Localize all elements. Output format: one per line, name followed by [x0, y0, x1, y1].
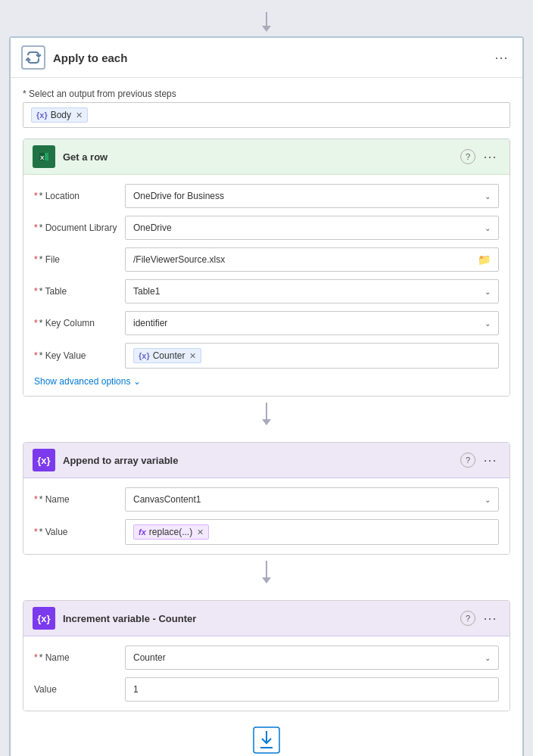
counter-token-close[interactable]: ✕ [189, 351, 196, 361]
doc-library-label: ** Document Library [34, 222, 125, 233]
key-value-required: * [34, 350, 38, 361]
key-column-input[interactable]: identifier ⌄ [125, 311, 499, 335]
append-array-body: ** Name CanvasContent1 ⌄ ** Value [23, 478, 510, 554]
get-a-row-card: X Get a row ? ⋯ ** Location [23, 138, 510, 397]
append-var-icon: {x} [33, 449, 55, 471]
key-column-chevron: ⌄ [485, 319, 491, 328]
append-name-chevron: ⌄ [485, 496, 491, 504]
file-label: ** File [34, 254, 125, 265]
replace-token-icon: fx [139, 527, 146, 537]
append-array-help-button[interactable]: ? [460, 453, 475, 468]
step-arrow-2 [262, 577, 271, 583]
select-output-label: * Select an output from previous steps [23, 89, 510, 99]
top-arrow-connector [262, 12, 271, 32]
append-name-required: * [34, 494, 38, 505]
arrow-line [266, 12, 267, 26]
counter-token-icon: {x} [139, 351, 150, 360]
file-row: ** File /FileViewerSource.xlsx 📁 [34, 247, 499, 272]
arrow-head [262, 26, 271, 32]
key-value-row: ** Key Value {x} Counter ✕ [34, 343, 499, 369]
increment-name-input[interactable]: Counter ⌄ [125, 646, 499, 670]
key-value-input[interactable]: {x} Counter ✕ [125, 343, 499, 369]
increment-value-value: 1 [133, 684, 139, 695]
show-advanced-chevron-icon: ⌄ [133, 376, 141, 387]
location-chevron: ⌄ [485, 192, 491, 201]
counter-token: {x} Counter ✕ [133, 348, 201, 363]
table-required: * [34, 286, 38, 297]
append-value-input[interactable]: fx replace(...) ✕ [125, 519, 499, 545]
replace-token-close[interactable]: ✕ [197, 527, 204, 537]
body-token-close[interactable]: ✕ [76, 110, 83, 120]
append-array-menu-button[interactable]: ⋯ [480, 450, 500, 470]
doc-library-chevron: ⌄ [485, 224, 491, 232]
doc-library-input[interactable]: OneDrive ⌄ [125, 216, 499, 240]
append-array-title: Append to array variable [63, 455, 460, 466]
increment-var-body: ** Name Counter ⌄ Value 1 [23, 636, 510, 711]
append-value-row: ** Value fx replace(...) ✕ [34, 519, 499, 545]
apply-to-each-icon [21, 45, 45, 70]
append-name-label: ** Name [34, 494, 125, 505]
table-value: Table1 [133, 286, 160, 297]
apply-to-each-card: Apply to each ⋯ * Select an output from … [9, 36, 524, 756]
table-row: ** Table Table1 ⌄ [34, 279, 499, 303]
increment-name-chevron: ⌄ [485, 654, 491, 662]
get-a-row-menu-button[interactable]: ⋯ [480, 147, 500, 166]
key-column-label: ** Key Column [34, 318, 125, 328]
header-actions: ⋯ [491, 48, 512, 67]
get-a-row-body: ** Location OneDrive for Business ⌄ ** D… [23, 175, 510, 396]
location-label: ** Location [34, 191, 125, 201]
step-line-1 [266, 403, 267, 419]
append-name-input[interactable]: CanvasContent1 ⌄ [125, 487, 499, 512]
file-input[interactable]: /FileViewerSource.xlsx 📁 [125, 247, 499, 272]
step-arrow-1 [262, 419, 271, 425]
body-token-label: Body [51, 110, 71, 120]
replace-token: fx replace(...) ✕ [133, 524, 209, 540]
append-name-value: CanvasContent1 [133, 494, 201, 505]
increment-var-menu-button[interactable]: ⋯ [480, 608, 500, 628]
apply-to-each-menu-button[interactable]: ⋯ [491, 48, 512, 67]
table-input[interactable]: Table1 ⌄ [125, 279, 499, 303]
svg-text:X: X [40, 154, 45, 161]
table-label: ** Table [34, 286, 125, 297]
get-a-row-title: Get a row [63, 151, 460, 163]
append-value-label: ** Value [34, 527, 125, 537]
key-value-label: ** Key Value [34, 350, 125, 361]
counter-token-label: Counter [153, 350, 185, 361]
key-column-required: * [34, 318, 38, 328]
location-input[interactable]: OneDrive for Business ⌄ [125, 184, 499, 208]
output-input-field[interactable]: {x} Body ✕ [23, 102, 510, 128]
add-action-button[interactable]: Add an action [236, 726, 297, 756]
get-a-row-actions: ? ⋯ [460, 147, 500, 166]
key-column-row: ** Key Column identifier ⌄ [34, 311, 499, 335]
increment-value-input[interactable]: 1 [125, 677, 499, 702]
increment-name-row: ** Name Counter ⌄ [34, 646, 499, 670]
key-column-value: identifier [133, 318, 167, 328]
excel-icon: X [33, 145, 55, 168]
step-line-2 [266, 561, 267, 577]
increment-value-row: Value 1 [34, 677, 499, 702]
add-action-icon [253, 726, 280, 754]
file-folder-icon: 📁 [478, 254, 491, 266]
show-advanced-label: Show advanced options [34, 376, 130, 387]
get-a-row-help-button[interactable]: ? [460, 149, 475, 164]
body-token: {x} Body ✕ [31, 107, 88, 123]
apply-to-each-header: Apply to each ⋯ [11, 38, 522, 78]
file-required: * [34, 254, 38, 265]
increment-var-card: {x} Increment variable - Counter ? ⋯ ** … [23, 600, 510, 711]
increment-var-title: Increment variable - Counter [63, 613, 460, 624]
apply-to-each-title: Apply to each [53, 51, 491, 64]
increment-var-actions: ? ⋯ [460, 608, 500, 628]
increment-var-icon: {x} [33, 607, 55, 630]
loop-svg [26, 50, 41, 65]
file-value: /FileViewerSource.xlsx [133, 254, 225, 265]
doc-library-value: OneDrive [133, 222, 172, 233]
table-chevron: ⌄ [485, 288, 491, 296]
doc-library-required: * [34, 222, 38, 233]
show-advanced-button[interactable]: Show advanced options ⌄ [34, 376, 141, 387]
location-row: ** Location OneDrive for Business ⌄ [34, 184, 499, 208]
append-array-actions: ? ⋯ [460, 450, 500, 470]
append-name-row: ** Name CanvasContent1 ⌄ [34, 487, 499, 512]
increment-var-help-button[interactable]: ? [460, 611, 475, 626]
step-connector-2 [23, 555, 510, 590]
increment-name-label: ** Name [34, 652, 125, 663]
